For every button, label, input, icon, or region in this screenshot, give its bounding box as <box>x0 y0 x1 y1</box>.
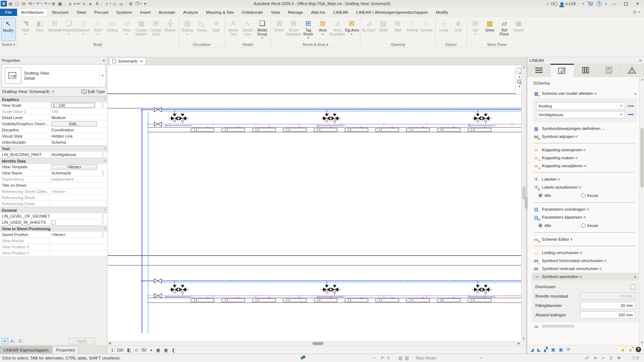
properties-close-icon[interactable]: ✕ <box>103 59 105 63</box>
render-icon[interactable]: ◇ <box>112 1 117 7</box>
ribbon-tab-manage[interactable]: Manage <box>284 9 307 16</box>
undo-icon-chevron[interactable]: ▾ <box>41 2 42 5</box>
property-button[interactable]: <None> <box>51 164 97 169</box>
property-input[interactable]: 1 : 100 <box>51 103 95 108</box>
ribbon-tab-linear-werktuigen-gereedschappen[interactable]: LINEAR | Werktuigen/gereedschappen <box>352 9 432 16</box>
box-3d-icon[interactable]: ▣ <box>551 347 555 352</box>
ribbon-panel-label[interactable]: Work Plane <box>467 42 527 48</box>
symbool-horizontaal-verschuiven-item[interactable]: ⋈↔Symbool horizontaal verschuiven < <box>533 257 637 265</box>
filter-icon[interactable]: ▽:0 <box>632 355 639 361</box>
visual-style-icon[interactable]: ◧ <box>127 348 131 353</box>
ribbon-tab-precast[interactable]: Precast <box>90 9 112 16</box>
switch-windows-icon-chevron[interactable]: ▾ <box>140 2 142 5</box>
tag-area-button[interactable]: ⊠Tag Area▼ <box>344 18 359 35</box>
symbool-wijzigen-item[interactable]: ⋈↻Symbool wijzigen < <box>533 132 637 140</box>
ribbon-tab-view[interactable]: View <box>267 9 284 16</box>
associate-parameter-button[interactable] <box>103 103 103 108</box>
redo-icon-chevron[interactable]: ▾ <box>49 2 50 5</box>
ribbon-tab-file[interactable]: File <box>0 9 17 16</box>
section-icon[interactable]: ⚍ <box>118 1 124 7</box>
switch-windows-icon[interactable]: ❐ <box>134 1 140 7</box>
type-selector-chevron-icon[interactable]: ▼ <box>100 64 105 87</box>
property-row-lin-used-in-sheets[interactable]: LIN_USED_IN_SHEETS <box>0 219 107 226</box>
refresh-sheet-icon[interactable]: ⟳ <box>566 347 570 352</box>
palette-tab-properties[interactable]: Properties <box>53 346 79 354</box>
horizontal-scrollbar[interactable]: ◀ ▶ <box>108 341 526 346</box>
ribbon-tab-structure[interactable]: Structure <box>48 9 73 16</box>
exclude-options-icon[interactable]: ➤ <box>594 355 597 361</box>
property-section-view-to-sheet-positioning[interactable]: View to Sheet Positioning^ <box>0 226 107 232</box>
warning-dismiss-icon[interactable]: ▲× <box>628 347 633 352</box>
property-row-title-on-sheet[interactable]: Title on Sheet <box>0 182 107 189</box>
fittingdiameter-field[interactable]: 20 mm <box>580 302 635 309</box>
instance-selector[interactable]: Drafting View: Schema(4) <box>2 89 50 94</box>
ribbon-display-chevron-icon[interactable]: ▼ <box>638 11 640 13</box>
ribbon-panel-label[interactable]: Opening <box>360 42 435 48</box>
main-model-control[interactable]: Main Model <box>416 356 436 360</box>
panel-divider[interactable] <box>526 57 527 354</box>
section-collapse-icon[interactable]: ^ <box>102 160 107 163</box>
home-icon-chevron[interactable]: ▾ <box>110 2 111 5</box>
drag-elements-icon[interactable]: ✥ <box>617 355 621 361</box>
sort-default-icon[interactable]: ≡ <box>1 338 8 344</box>
ribbon-tab-systems[interactable]: Systems <box>112 9 136 16</box>
user-account[interactable]: e-L04 ▼ <box>560 1 584 6</box>
property-section-graphics[interactable]: Graphics^ <box>0 96 107 102</box>
save-icon[interactable]: ⊟ <box>21 1 26 7</box>
koppeling-weergeven-item[interactable]: ∞Koppeling weergeven < <box>533 146 637 154</box>
design-options-icon[interactable]: ▤▥ <box>398 355 409 361</box>
radio-option-alle[interactable]: Alle <box>538 193 581 198</box>
worksets-chevron-icon[interactable]: ▼ <box>373 357 376 359</box>
box-3d-delete-icon[interactable]: ▣ <box>559 347 563 352</box>
minimize-button[interactable]: — <box>610 1 619 6</box>
associate-parameter-button[interactable] <box>103 152 103 157</box>
parameters-bijwerken-item[interactable]: ▤↻Parameters bijwerken < <box>533 213 637 221</box>
tag-room-chevron-icon[interactable]: ▼ <box>307 37 310 39</box>
expand-arrow-icon[interactable]: ❮ <box>172 348 175 353</box>
pick-element-icon[interactable]: ◣ <box>537 347 541 352</box>
associate-parameter-button[interactable] <box>103 232 103 237</box>
type-selector[interactable]: Drafting View Detail ▼ <box>1 64 106 87</box>
collapse-caret-icon[interactable]: ▲ <box>634 275 637 278</box>
sync-icon[interactable]: ⟲ <box>27 1 33 7</box>
property-row-view-scale[interactable]: View Scale1 : 100 <box>0 102 107 109</box>
koppeling-maken-item[interactable]: ∞+Koppeling maken < <box>533 154 637 162</box>
restore-button[interactable] <box>622 1 630 6</box>
property-button[interactable]: Edit... <box>51 121 97 126</box>
editable-elements-indicator[interactable]: ⛿ :0 <box>381 355 390 361</box>
property-row-dependency[interactable]: DependencyIndependent <box>0 176 107 182</box>
help-chevron-icon[interactable]: ▼ <box>605 3 607 5</box>
property-row-view-anchor[interactable]: View Anchor <box>0 238 107 244</box>
scheme-editor-item[interactable]: ≔✎Scheme Editor < <box>533 235 637 243</box>
doorlussen-checkbox[interactable] <box>631 285 635 289</box>
home-icon[interactable]: ⌂ <box>104 1 110 7</box>
symbool-verticaal-verschuiven-item[interactable]: ⋈↕Symbool verticaal verschuiven < <box>533 265 637 273</box>
property-row-lin-building-part[interactable]: LIN_BUILDING_PARTHoofdgebouw <box>0 152 107 158</box>
property-row-saved-position[interactable]: Saved Position<None> <box>0 232 107 238</box>
property-row-discipline[interactable]: DisciplineCoordination <box>0 127 107 133</box>
property-row-unterdisziplin[interactable]: UnterdisziplinSchema <box>0 139 107 146</box>
print-icon[interactable]: ⊞ <box>51 1 57 7</box>
customize-qat-icon[interactable]: ▾ <box>142 1 148 7</box>
ribbon-display-toggle-icon[interactable]: ⊡ <box>633 10 636 14</box>
afstand-leidingen-field[interactable]: 100 mm <box>580 311 635 319</box>
select-flag-icon[interactable]: ⊿ <box>67 1 72 7</box>
labelen-item[interactable]: ①Labelen < <box>533 175 637 183</box>
ribbon-tab-add-ins[interactable]: Add-Ins <box>307 9 329 16</box>
sync-icon-chevron[interactable]: ▾ <box>33 2 34 5</box>
linear-scrollbar[interactable]: ▲ ▼ <box>639 77 644 345</box>
undo-icon[interactable]: ↶ <box>35 1 41 7</box>
property-row-referencing-sheet-collec[interactable]: Referencing Sheet Collec...<None> <box>0 189 107 195</box>
select-underlay-icon[interactable]: ➣ <box>602 355 605 361</box>
system-colors-icon[interactable] <box>628 103 634 109</box>
linear-scroll-thumb[interactable] <box>640 128 644 188</box>
close-inactive-icon[interactable]: ▦ <box>57 1 63 7</box>
show-work-plane-button[interactable]: ▦Show <box>482 18 497 33</box>
ribbon-tab-collaborate[interactable]: Collaborate <box>238 9 267 16</box>
navbar-more-icon[interactable]: ◦ <box>519 89 520 93</box>
property-checkbox[interactable] <box>51 220 55 224</box>
redo-icon[interactable]: ↷ <box>43 1 49 7</box>
building-dropdown[interactable]: Hoofdgebouw▼ <box>536 111 625 118</box>
ribbon-panel-label[interactable]: Build <box>17 42 179 48</box>
ribbon-tab-annotate[interactable]: Annotate <box>155 9 179 16</box>
